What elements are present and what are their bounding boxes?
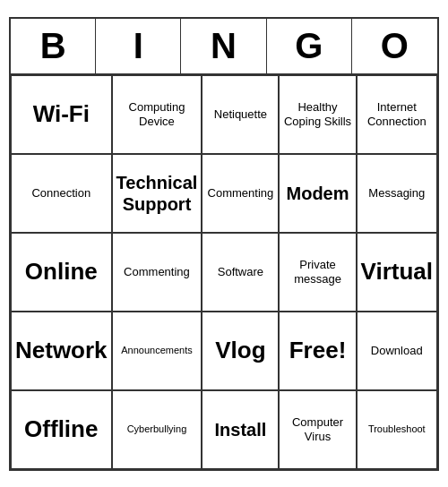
- bingo-cell: Commenting: [112, 233, 202, 312]
- bingo-card: BINGO Wi-FiComputing DeviceNetiquetteHea…: [9, 17, 439, 471]
- header-letter: O: [352, 19, 437, 73]
- bingo-cell: Messaging: [357, 154, 437, 233]
- bingo-cell: Software: [202, 233, 279, 312]
- bingo-cell: Offline: [11, 390, 112, 469]
- bingo-cell: Commenting: [202, 154, 279, 233]
- header-letter: G: [267, 19, 352, 73]
- bingo-cell: Healthy Coping Skills: [279, 75, 356, 154]
- bingo-cell: Modem: [279, 154, 356, 233]
- bingo-grid: Wi-FiComputing DeviceNetiquetteHealthy C…: [11, 75, 437, 469]
- bingo-cell: Troubleshoot: [357, 390, 437, 469]
- bingo-cell: Network: [11, 312, 112, 390]
- bingo-cell: Virtual: [357, 233, 437, 312]
- bingo-cell: Online: [11, 233, 112, 312]
- bingo-cell: Free!: [279, 312, 356, 390]
- bingo-cell: Cyberbullying: [112, 390, 202, 469]
- bingo-cell: Technical Support: [112, 154, 202, 233]
- bingo-cell: Announcements: [112, 312, 202, 390]
- bingo-cell: Computer Virus: [279, 390, 356, 469]
- bingo-cell: Computing Device: [112, 75, 202, 154]
- bingo-header: BINGO: [11, 19, 437, 75]
- bingo-cell: Internet Connection: [357, 75, 437, 154]
- header-letter: B: [11, 19, 96, 73]
- bingo-cell: Wi-Fi: [11, 75, 112, 154]
- bingo-cell: Netiquette: [202, 75, 279, 154]
- bingo-cell: Download: [357, 312, 437, 390]
- header-letter: I: [96, 19, 181, 73]
- bingo-cell: Install: [202, 390, 279, 469]
- bingo-cell: Vlog: [202, 312, 279, 390]
- bingo-cell: Connection: [11, 154, 112, 233]
- bingo-cell: Private message: [279, 233, 356, 312]
- header-letter: N: [181, 19, 266, 73]
